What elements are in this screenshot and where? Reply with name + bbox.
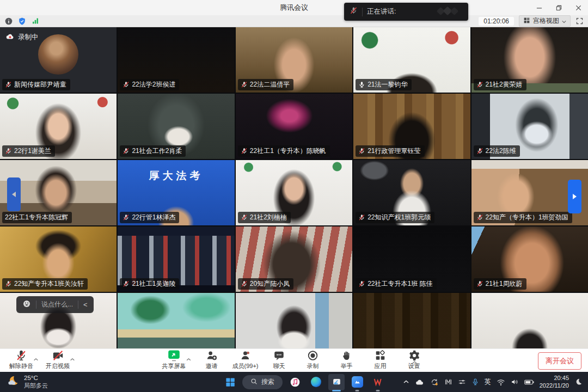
video-tile[interactable]: 21行政管理覃钰莹	[353, 94, 470, 159]
video-tile[interactable]: 21法一黎钧华	[353, 27, 470, 93]
network-signal-icon[interactable]	[31, 17, 40, 25]
microphone-tray-icon[interactable]	[471, 378, 479, 386]
toolbar-invite[interactable]: 邀请	[198, 349, 225, 370]
taskbar-search-box[interactable]: 搜索	[242, 375, 283, 389]
wifi-icon[interactable]	[497, 378, 505, 386]
video-tile[interactable]: 21社工1吴迦陵	[118, 226, 234, 292]
wps-app-icon[interactable]	[370, 374, 386, 390]
video-tile[interactable]: 21社2刘楠楠	[236, 160, 352, 225]
expand-chevron-icon[interactable]	[70, 354, 75, 364]
participant-name: 22知产（专升本）1班贺劲国	[486, 213, 568, 222]
leave-meeting-button[interactable]: 离开会议	[538, 352, 581, 370]
video-tile[interactable]: 22知识产权1班郭元颉	[353, 160, 470, 225]
participant-label: 20知产陆小凤	[238, 278, 293, 290]
toolbar-chat[interactable]: 聊天	[266, 349, 293, 370]
windows-start-button[interactable]	[222, 374, 238, 390]
video-tile[interactable]: 厚大法考22行管1林泽杰	[118, 160, 234, 225]
toolbar-collapse-chevron[interactable]	[412, 357, 418, 367]
expand-chevron-icon[interactable]	[186, 354, 192, 364]
emoji-icon[interactable]	[22, 299, 31, 310]
close-button[interactable]	[568, 0, 588, 15]
recording-cloud-icon	[5, 32, 15, 42]
mic-muted-icon	[241, 148, 248, 155]
edge-browser-icon[interactable]	[308, 374, 324, 390]
participant-name: 22知产专升本1班关汝轩	[14, 279, 84, 289]
meeting-logo-watermark-icon	[433, 5, 463, 19]
toolbar-members[interactable]: 成员(99+)	[232, 349, 259, 370]
onedrive-cloud-icon[interactable]	[415, 378, 425, 386]
video-tile[interactable]: 22法二温倩平	[236, 27, 352, 93]
chat-icon	[273, 349, 285, 362]
view-mode-button[interactable]: 宫格视图	[519, 15, 571, 27]
speaker-icon[interactable]	[511, 378, 519, 386]
apps-icon	[375, 349, 387, 362]
video-tile[interactable]: 22社工1（专升本）陈晓帆	[236, 94, 352, 159]
video-tile[interactable]: 21社2黄荣婧	[471, 27, 588, 93]
video-tile[interactable]: 22社工专升本1班 陈佳	[353, 226, 470, 292]
minimize-button[interactable]	[529, 0, 549, 15]
toolbar-record[interactable]: 录制	[299, 349, 327, 370]
statusbar-right: 01:20:06 宫格视图	[479, 15, 584, 27]
mic-muted-icon	[15, 349, 27, 362]
video-tile[interactable]	[236, 293, 352, 348]
sync-icon[interactable]	[430, 378, 439, 387]
grid-view-icon	[523, 17, 530, 26]
snip-tool-icon[interactable]	[328, 374, 345, 390]
mic-muted-icon	[122, 148, 130, 155]
video-tile[interactable]	[471, 293, 588, 348]
toolbar-raise-hand[interactable]: 举手	[333, 349, 360, 370]
video-tile[interactable]: 22知产专升本1班关汝轩	[0, 226, 117, 292]
participant-label: 21社2刘楠楠	[238, 212, 291, 223]
participant-name: 21社2刘楠楠	[250, 213, 287, 222]
info-icon[interactable]	[4, 17, 13, 26]
video-tile[interactable]: 22法学2班侯进	[118, 27, 234, 93]
quick-chat-bar[interactable]: 说点什么... <	[16, 296, 94, 313]
toolbar-share-screen[interactable]: 共享屏幕	[161, 349, 188, 370]
toolbar-label: 成员(99+)	[232, 362, 259, 370]
video-tile[interactable]: 22法2陈维	[471, 94, 588, 159]
video-watermark: 厚大法考	[118, 169, 234, 183]
participant-name: 22法学2班侯进	[132, 80, 175, 89]
participant-label: 21社会工作2肖柔	[120, 145, 186, 157]
moon-icon[interactable]	[574, 378, 583, 386]
taskbar-weather-widget[interactable]: 25°C 局部多云	[7, 375, 48, 390]
mic-muted-icon	[476, 214, 483, 221]
shield-icon[interactable]	[18, 17, 26, 26]
video-tile[interactable]: 20知产陆小凤	[236, 226, 352, 292]
video-tile[interactable]	[353, 293, 470, 348]
taskbar-center-apps: 搜索	[222, 374, 386, 390]
grid-page-prev-button[interactable]	[7, 177, 21, 211]
divider	[362, 8, 363, 16]
mixer-icon[interactable]	[458, 378, 466, 386]
taskbar-clock[interactable]: 20:45 2022/11/20	[540, 375, 569, 390]
chat-input-placeholder[interactable]: 说点什么...	[41, 300, 73, 309]
restore-button[interactable]	[549, 0, 568, 15]
toolbar-mic-muted[interactable]: 解除静音	[8, 349, 35, 370]
toolbar-camera-off[interactable]: 开启视频	[44, 349, 71, 370]
statusbar-left-icons	[4, 17, 40, 26]
video-tile[interactable]: 21社会工作2肖柔	[118, 94, 234, 159]
video-tile[interactable]	[118, 293, 234, 348]
m-app-icon[interactable]	[444, 378, 452, 386]
avatar	[38, 34, 78, 75]
participant-name: 22行1谢美兰	[14, 146, 51, 156]
language-indicator[interactable]: 英	[485, 377, 491, 387]
participant-name: 22知识产权1班郭元颉	[367, 213, 431, 222]
video-tile[interactable]: 21社1周欣蔚	[471, 226, 588, 292]
participant-label: 22社工1专升本陈冠辉	[2, 212, 72, 223]
music-app-icon[interactable]	[287, 374, 303, 390]
windows-taskbar: 25°C 局部多云 搜索 英	[0, 372, 588, 392]
battery-icon[interactable]	[524, 379, 534, 385]
fullscreen-icon[interactable]	[575, 17, 584, 25]
toolbar-apps[interactable]: 应用	[367, 349, 394, 370]
participant-name: 21社2黄荣婧	[486, 80, 523, 89]
tencent-meeting-app-icon[interactable]	[349, 374, 365, 390]
chat-collapse-arrow[interactable]: <	[83, 301, 88, 309]
grid-page-next-button[interactable]	[568, 180, 581, 213]
share-screen-icon	[168, 349, 181, 362]
hidden-icons-chevron-icon[interactable]	[403, 379, 409, 384]
expand-chevron-icon[interactable]	[33, 354, 39, 364]
participant-label: 21行政管理覃钰莹	[356, 145, 424, 157]
video-tile[interactable]: 22行1谢美兰	[0, 94, 117, 159]
participant-label: 22行1谢美兰	[2, 145, 55, 157]
